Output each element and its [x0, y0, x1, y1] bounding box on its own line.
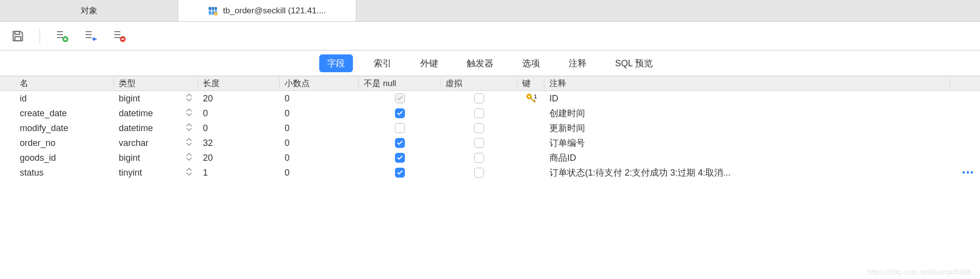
field-type[interactable]: tinyint: [114, 167, 198, 178]
col-key[interactable]: 键: [517, 78, 544, 89]
virtual-checkbox[interactable]: [474, 153, 484, 163]
not-null-checkbox[interactable]: [395, 168, 405, 178]
field-comment[interactable]: 商品ID: [544, 152, 950, 164]
table-row[interactable]: statustinyint10订单状态(1:待支付 2:支付成功 3:过期 4:…: [15, 165, 980, 180]
not-null-checkbox[interactable]: [395, 108, 405, 118]
col-length[interactable]: 长度: [198, 78, 280, 89]
type-stepper[interactable]: [186, 123, 193, 134]
table-icon: [208, 6, 218, 16]
field-decimals[interactable]: 0: [280, 168, 359, 178]
field-length[interactable]: 1: [198, 168, 280, 178]
col-decimals[interactable]: 小数点: [280, 78, 359, 89]
virtual-checkbox-cell: [441, 168, 517, 178]
col-type[interactable]: 类型: [114, 78, 198, 89]
field-comment[interactable]: 更新时间: [544, 122, 950, 134]
virtual-checkbox[interactable]: [474, 138, 484, 148]
type-stepper[interactable]: [186, 167, 193, 178]
save-icon[interactable]: [11, 29, 25, 43]
field-name[interactable]: status: [15, 168, 114, 178]
type-stepper[interactable]: [186, 93, 193, 104]
virtual-checkbox[interactable]: [474, 123, 484, 133]
not-null-checkbox-cell: [359, 108, 441, 118]
field-length[interactable]: 20: [198, 153, 280, 163]
col-comment[interactable]: 注释: [544, 78, 950, 89]
subtab-options[interactable]: 选项: [514, 54, 548, 72]
field-name[interactable]: id: [15, 93, 114, 104]
insert-field-icon[interactable]: [84, 29, 98, 43]
field-type[interactable]: datetime: [114, 108, 198, 119]
subtab-comment[interactable]: 注释: [561, 54, 594, 72]
field-name[interactable]: goods_id: [15, 153, 114, 163]
table-row[interactable]: idbigint2001ID: [15, 91, 980, 106]
field-comment[interactable]: 订单状态(1:待支付 2:支付成功 3:过期 4:取消...: [544, 167, 950, 179]
field-key[interactable]: 1: [517, 93, 544, 104]
table-row[interactable]: modify_datedatetime00更新时间: [15, 121, 980, 136]
field-decimals[interactable]: 0: [280, 123, 359, 134]
subtab-fields[interactable]: 字段: [319, 54, 353, 72]
svg-point-21: [528, 95, 530, 97]
field-name[interactable]: order_no: [15, 138, 114, 148]
field-length[interactable]: 0: [198, 123, 280, 134]
not-null-checkbox[interactable]: [395, 138, 405, 148]
delete-field-icon[interactable]: [112, 29, 126, 43]
not-null-checkbox[interactable]: [395, 153, 405, 163]
svg-rect-6: [15, 31, 19, 34]
field-decimals[interactable]: 0: [280, 108, 359, 119]
subtab-indexes[interactable]: 索引: [366, 54, 399, 72]
toolbar: [0, 22, 980, 50]
type-stepper[interactable]: [186, 108, 193, 119]
virtual-checkbox-cell: [441, 123, 517, 133]
field-length[interactable]: 0: [198, 108, 280, 119]
not-null-checkbox-cell: [359, 93, 441, 103]
svg-rect-7: [15, 37, 21, 41]
field-decimals[interactable]: 0: [280, 138, 359, 148]
tab-objects[interactable]: 对象: [0, 0, 178, 21]
field-comment[interactable]: ID: [544, 93, 950, 104]
field-name[interactable]: create_date: [15, 108, 114, 119]
row-extra: •••: [950, 168, 980, 178]
field-decimals[interactable]: 0: [280, 93, 359, 104]
subtab-triggers[interactable]: 触发器: [459, 54, 501, 72]
subtabs: 字段 索引 外键 触发器 选项 注释 SQL 预览: [0, 50, 980, 76]
more-icon[interactable]: •••: [955, 168, 980, 178]
tabs-bar: 对象 tb_order@seckill (121.41....: [0, 0, 980, 22]
grid-header: 名 类型 长度 小数点 不是 null 虚拟 键 注释: [0, 76, 980, 91]
not-null-checkbox-cell: [359, 153, 441, 163]
field-comment[interactable]: 订单编号: [544, 137, 950, 149]
table-row[interactable]: order_novarchar320订单编号: [15, 136, 980, 150]
primary-key-icon: 1: [525, 93, 537, 104]
table-row[interactable]: goods_idbigint200商品ID: [15, 150, 980, 165]
table-row[interactable]: create_datedatetime00创建时间: [15, 106, 980, 121]
col-virtual[interactable]: 虚拟: [441, 78, 517, 89]
not-null-checkbox[interactable]: [395, 93, 405, 103]
col-not-null[interactable]: 不是 null: [359, 78, 441, 89]
type-stepper[interactable]: [186, 152, 193, 163]
grid-body: idbigint2001IDcreate_datedatetime00创建时间m…: [0, 91, 980, 180]
virtual-checkbox[interactable]: [474, 168, 484, 178]
type-stepper[interactable]: [186, 138, 193, 148]
svg-text:1: 1: [534, 94, 537, 99]
tab-label: 对象: [81, 5, 98, 16]
subtab-foreign-keys[interactable]: 外键: [412, 54, 446, 72]
field-type[interactable]: datetime: [114, 123, 198, 134]
subtab-sql-preview[interactable]: SQL 预览: [607, 54, 661, 72]
separator: [40, 29, 40, 44]
field-length[interactable]: 32: [198, 138, 280, 148]
tab-table-editor[interactable]: tb_order@seckill (121.41....: [178, 0, 356, 21]
field-name[interactable]: modify_date: [15, 123, 114, 134]
virtual-checkbox[interactable]: [474, 93, 484, 103]
virtual-checkbox-cell: [441, 108, 517, 118]
not-null-checkbox-cell: [359, 168, 441, 178]
field-comment[interactable]: 创建时间: [544, 107, 950, 119]
col-name[interactable]: 名: [15, 78, 114, 89]
field-type[interactable]: bigint: [114, 93, 198, 104]
not-null-checkbox[interactable]: [395, 123, 405, 133]
virtual-checkbox[interactable]: [474, 108, 484, 118]
field-type[interactable]: bigint: [114, 152, 198, 163]
field-decimals[interactable]: 0: [280, 153, 359, 163]
field-length[interactable]: 20: [198, 93, 280, 104]
tab-label: tb_order@seckill (121.41....: [223, 6, 326, 16]
field-type[interactable]: varchar: [114, 138, 198, 148]
add-field-icon[interactable]: [55, 29, 69, 43]
virtual-checkbox-cell: [441, 153, 517, 163]
